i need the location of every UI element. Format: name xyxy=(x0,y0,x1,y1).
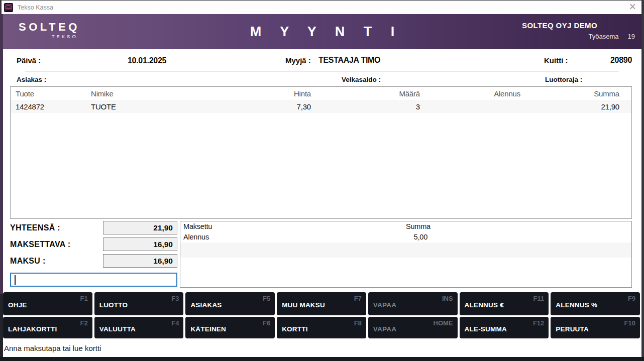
app-window: Tekso Kassa × SOLTEQ TEKSO M Y Y N T I S… xyxy=(0,0,644,361)
col-product: Tuote xyxy=(16,89,91,98)
button-label: LAHJAKORTTI xyxy=(8,325,57,332)
button-alennus-euro[interactable]: ALENNUS € F11 xyxy=(460,292,549,315)
button-vapaa-home: VAPAA HOME xyxy=(368,317,458,338)
button-vapaa-ins: VAPAA INS xyxy=(368,292,458,315)
button-label: MUU MAKSU xyxy=(282,301,325,309)
fkey-label: F5 xyxy=(263,295,270,302)
cell-product: 1424872 xyxy=(16,102,91,111)
workstation-label: Työasema xyxy=(589,33,619,40)
col-price: Hinta xyxy=(222,89,311,98)
button-alennus-prosentti[interactable]: ALENNUS % F9 xyxy=(551,292,640,315)
cell-sum: 21,90 xyxy=(520,102,619,111)
button-label: VAPAA xyxy=(373,325,396,332)
receipt-value: 20890 xyxy=(610,56,632,65)
button-asiakas[interactable]: ASIAKAS F5 xyxy=(185,292,275,315)
fkey-label: F6 xyxy=(263,319,270,327)
app-surface: SOLTEQ TEKSO M Y Y N T I SOLTEQ OYJ DEMO… xyxy=(3,14,641,357)
fkey-label: F4 xyxy=(171,319,179,327)
button-label: ASIAKAS xyxy=(190,301,222,309)
titlebar: Tekso Kassa × xyxy=(2,1,641,14)
payment-row[interactable]: Alennus 5,00 xyxy=(180,232,631,243)
cell-qty: 3 xyxy=(311,102,420,111)
button-label: PERUUTA xyxy=(556,325,589,332)
total-label: YHTEENSÄ : xyxy=(10,223,60,232)
items-table: Tuote Nimike Hinta Määrä Alennus Summa 1… xyxy=(10,86,632,219)
fkey-label: F9 xyxy=(628,295,635,302)
sum-column-label: Summa xyxy=(180,221,431,232)
fkey-label: HOME xyxy=(434,319,453,327)
button-muu-maksu[interactable]: MUU MAKSU F7 xyxy=(277,292,366,315)
date-label: Päivä : xyxy=(17,56,41,65)
fkey-label: F1 xyxy=(80,295,88,302)
payment-value: 16,90 xyxy=(103,254,177,268)
button-peruuta[interactable]: PERUUTA F10 xyxy=(551,317,640,338)
cell-price: 7,30 xyxy=(222,102,311,111)
fkey-label: INS xyxy=(442,295,453,302)
button-luotto[interactable]: LUOTTO F3 xyxy=(94,292,184,315)
button-kateinen[interactable]: KÄTEINEN F6 xyxy=(185,317,275,338)
close-icon[interactable]: × xyxy=(629,0,636,14)
col-discount: Alennus xyxy=(420,89,520,98)
payments-panel: Maksettu Summa Alennus 5,00 xyxy=(180,221,632,288)
button-label: KORTTI xyxy=(282,325,307,332)
fkey-label: F10 xyxy=(624,319,635,327)
col-name: Nimike xyxy=(91,89,222,98)
company-name: SOLTEQ OYJ DEMO xyxy=(522,21,597,30)
fkey-label: F11 xyxy=(533,295,545,302)
customer-label: Asiakas : xyxy=(17,76,46,83)
seller-value: TESTAAJA TIMO xyxy=(318,56,380,65)
function-button-grid: OHJE F1 LUOTTO F3 ASIAKAS F5 MUU MAKSU F… xyxy=(3,292,640,338)
debt-label: Velkasaldo : xyxy=(342,76,381,83)
button-label: OHJE xyxy=(8,301,27,309)
app-header: SOLTEQ TEKSO M Y Y N T I SOLTEQ OYJ DEMO… xyxy=(3,14,641,49)
date-value: 10.01.2025 xyxy=(128,56,166,65)
button-valuutta[interactable]: VALUUTTA F4 xyxy=(94,317,184,338)
workstation-info: Työasema19 xyxy=(522,33,635,40)
status-message: Anna maksutapa tai lue kortti xyxy=(4,344,101,352)
seller-label: Myyjä : xyxy=(285,56,311,65)
payment-entry-input[interactable] xyxy=(10,273,177,287)
button-label: KÄTEINEN xyxy=(190,325,226,332)
button-label: ALENNUS % xyxy=(556,301,597,309)
col-qty: Määrä xyxy=(311,89,420,98)
button-label: ALE-SUMMA xyxy=(465,325,507,332)
empty-row-stripe xyxy=(180,243,631,258)
fkey-label: F3 xyxy=(171,295,179,302)
payments-header: Maksettu Summa xyxy=(180,221,631,232)
button-lahjakortti[interactable]: LAHJAKORTTI F2 xyxy=(3,317,92,338)
col-sum: Summa xyxy=(520,89,619,98)
fkey-label: F7 xyxy=(354,295,362,302)
cell-name: TUOTE xyxy=(91,102,222,111)
button-label: ALENNUS € xyxy=(465,301,504,309)
payable-value: 16,90 xyxy=(103,237,177,251)
button-label: LUOTTO xyxy=(99,301,128,309)
text-caret xyxy=(15,275,16,285)
divider xyxy=(25,71,619,71)
button-ohje[interactable]: OHJE F1 xyxy=(3,292,92,315)
button-label: VAPAA xyxy=(373,301,396,309)
credit-label: Luottoraja : xyxy=(545,76,582,83)
payable-label: MAKSETTAVA : xyxy=(10,240,70,249)
button-ale-summa[interactable]: ALE-SUMMA F12 xyxy=(460,317,549,338)
table-row[interactable]: 1424872 TUOTE 7,30 3 21,90 xyxy=(11,100,631,113)
fkey-label: F12 xyxy=(533,319,544,327)
workstation-number: 19 xyxy=(628,33,635,40)
receipt-label: Kuitti : xyxy=(544,56,568,65)
button-kortti[interactable]: KORTTI F8 xyxy=(277,317,366,338)
total-value: 21,90 xyxy=(103,221,177,234)
window-bottom-edge xyxy=(0,357,644,361)
payment-label: MAKSU : xyxy=(10,257,46,266)
header-right: SOLTEQ OYJ DEMO Työasema19 xyxy=(522,21,635,40)
window-title: Tekso Kassa xyxy=(18,4,53,11)
payment-amount: 5,00 xyxy=(180,232,427,243)
items-table-header: Tuote Nimike Hinta Määrä Alennus Summa xyxy=(11,87,631,100)
solteq-app-icon xyxy=(4,3,13,12)
fkey-label: F2 xyxy=(80,319,88,327)
window-right-edge xyxy=(641,0,644,361)
fkey-label: F8 xyxy=(354,319,362,327)
button-label: VALUUTTA xyxy=(99,325,136,332)
